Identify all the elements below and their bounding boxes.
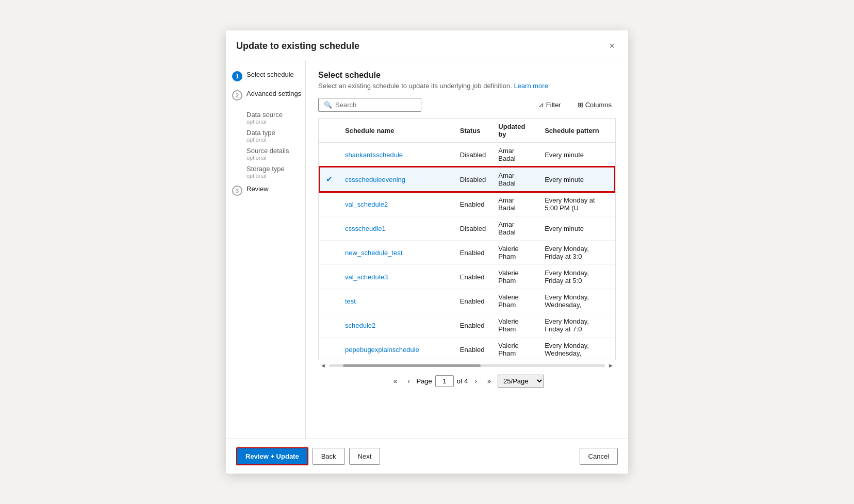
schedule-table: Schedule name Status Updated by Schedule… [319, 119, 615, 360]
row-check-cell [319, 313, 339, 338]
row-check-cell [319, 289, 339, 313]
dialog: Update to existing schedule × 1 Select s… [226, 30, 628, 474]
updated-by-cell: Valerie Pham [492, 241, 538, 265]
review-update-button[interactable]: Review + Update [236, 447, 308, 465]
main-subtitle: Select an existing schedule to update it… [318, 82, 616, 90]
scroll-left-button[interactable]: ◄ [318, 361, 328, 369]
of-pages-label: of 4 [457, 377, 468, 385]
table-row[interactable]: val_schedule2EnabledAmar BadalEvery Mond… [319, 192, 615, 216]
table-body: shankardsscheduleDisabledAmar BadalEvery… [319, 143, 615, 361]
table-row[interactable]: schedule2EnabledValerie PhamEvery Monday… [319, 313, 615, 338]
status-cell: Disabled [454, 167, 492, 192]
updated-by-cell: Valerie Pham [492, 289, 538, 313]
col-pattern: Schedule pattern [538, 119, 615, 143]
schedule-name-cell[interactable]: val_schedule2 [339, 192, 454, 216]
pattern-cell: Every minute [538, 167, 615, 192]
dialog-title: Update to existing schedule [236, 41, 359, 52]
filter-icon: ⊿ [538, 101, 544, 109]
table-row[interactable]: shankardsscheduleDisabledAmar BadalEvery… [319, 143, 615, 167]
next-page-button[interactable]: › [471, 375, 481, 387]
pattern-cell: Every minute [538, 143, 615, 167]
sidebar-sub-sourcedetails: Source details optional [232, 145, 305, 163]
status-cell: Enabled [454, 241, 492, 265]
pagination: « ‹ Page of 4 › » 25/Page 50/Page 100/Pa… [318, 375, 616, 388]
updated-by-cell: Amar Badal [492, 167, 538, 192]
row-check-cell [319, 192, 339, 216]
table-header-row: Schedule name Status Updated by Schedule… [319, 119, 615, 143]
scroll-right-button[interactable]: ► [606, 361, 616, 369]
status-cell: Enabled [454, 192, 492, 216]
sidebar-sub-datasource: Data source optional [232, 109, 305, 127]
table-row[interactable]: new_schedule_testEnabledValerie PhamEver… [319, 241, 615, 265]
last-page-button[interactable]: » [484, 375, 495, 387]
table-row[interactable]: testEnabledValerie PhamEvery Monday, Wed… [319, 289, 615, 313]
horizontal-scrollbar: ◄ ► [318, 361, 616, 369]
updated-by-cell: Valerie Pham [492, 265, 538, 289]
updated-by-cell: Amar Badal [492, 143, 538, 167]
step-circle-2: 2 [232, 90, 242, 100]
learn-more-link[interactable]: Learn more [514, 82, 548, 90]
main-content: Select schedule Select an existing sched… [306, 60, 628, 439]
status-cell: Enabled [454, 313, 492, 338]
sidebar-sub-storagetype: Storage type optional [232, 163, 305, 181]
page-number-input[interactable] [435, 375, 454, 387]
search-icon: 🔍 [324, 101, 332, 109]
search-box[interactable]: 🔍 [318, 98, 421, 112]
per-page-select[interactable]: 25/Page 50/Page 100/Page [498, 375, 544, 388]
schedule-name-cell[interactable]: schedule2 [339, 313, 454, 338]
prev-page-button[interactable]: ‹ [404, 375, 413, 387]
status-cell: Disabled [454, 216, 492, 241]
filter-button[interactable]: ⊿ Filter [534, 99, 565, 111]
schedule-name-cell[interactable]: cssscheudle1 [339, 216, 454, 241]
schedule-name-cell[interactable]: val_schedule3 [339, 265, 454, 289]
sidebar: 1 Select schedule 2 Advanced settings Da… [226, 60, 306, 439]
col-schedule-name: Schedule name [339, 119, 454, 143]
search-input[interactable] [335, 101, 416, 109]
table-row[interactable]: val_schedule3EnabledValerie PhamEvery Mo… [319, 265, 615, 289]
col-select [319, 119, 339, 143]
updated-by-cell: Valerie Pham [492, 313, 538, 338]
schedule-table-container: Schedule name Status Updated by Schedule… [318, 118, 616, 360]
step-label-1: Select schedule [247, 71, 294, 78]
row-check-cell [319, 241, 339, 265]
pattern-cell: Every Monday, Wednesday, [538, 289, 615, 313]
sidebar-sub-datatype: Data type optional [232, 127, 305, 145]
status-cell: Enabled [454, 289, 492, 313]
updated-by-cell: Amar Badal [492, 192, 538, 216]
row-check-cell [319, 143, 339, 167]
schedule-name-cell[interactable]: test [339, 289, 454, 313]
cancel-button[interactable]: Cancel [580, 448, 618, 465]
schedule-name-cell[interactable]: cssscheduleevening [339, 167, 454, 192]
footer: Review + Update Back Next Cancel [226, 439, 628, 474]
table-row[interactable]: cssscheudle1DisabledAmar BadalEvery minu… [319, 216, 615, 241]
schedule-name-cell[interactable]: pepebugexplainschedule [339, 338, 454, 361]
schedule-name-cell[interactable]: new_schedule_test [339, 241, 454, 265]
back-button[interactable]: Back [313, 448, 345, 465]
step-label-2: Advanced settings [247, 90, 301, 97]
status-cell: Enabled [454, 265, 492, 289]
pattern-cell: Every Monday, Friday at 3:0 [538, 241, 615, 265]
table-row[interactable]: pepebugexplainscheduleEnabledValerie Pha… [319, 338, 615, 361]
updated-by-cell: Amar Badal [492, 216, 538, 241]
updated-by-cell: Valerie Pham [492, 338, 538, 361]
status-cell: Enabled [454, 338, 492, 361]
next-button[interactable]: Next [349, 448, 381, 465]
row-check-cell [319, 265, 339, 289]
col-status: Status [454, 119, 492, 143]
first-page-button[interactable]: « [390, 375, 401, 387]
table-row[interactable]: ✔cssscheduleeveningDisabledAmar BadalEve… [319, 167, 615, 192]
columns-button[interactable]: ⊞ Columns [573, 99, 616, 111]
close-button[interactable]: × [606, 39, 618, 54]
col-updated-by: Updated by [492, 119, 538, 143]
pattern-cell: Every Monday, Wednesday, [538, 338, 615, 361]
row-check-cell: ✔ [319, 167, 339, 192]
pattern-cell: Every Monday at 5:00 PM (U [538, 192, 615, 216]
main-title: Select schedule [318, 71, 616, 80]
dialog-body: 1 Select schedule 2 Advanced settings Da… [226, 60, 628, 439]
step-circle-3: 3 [232, 186, 242, 196]
pattern-cell: Every Monday, Friday at 5:0 [538, 265, 615, 289]
horizontal-scroll-thumb [343, 364, 481, 367]
horizontal-scroll-track[interactable] [329, 364, 605, 367]
schedule-name-cell[interactable]: shankardsschedule [339, 143, 454, 167]
sidebar-step-1: 1 Select schedule [232, 71, 305, 81]
